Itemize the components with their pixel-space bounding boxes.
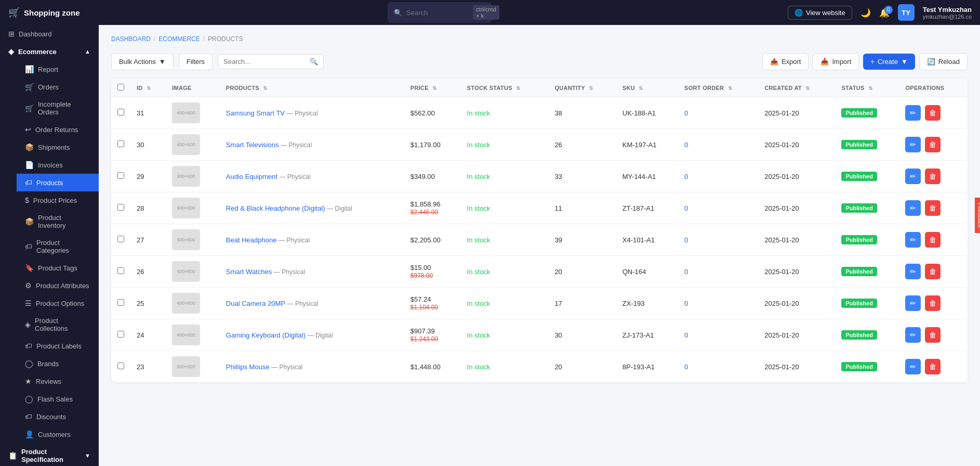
sidebar-item-product-labels[interactable]: 🏷 Product Labels — [17, 337, 99, 355]
delete-button-25[interactable]: 🗑 — [925, 295, 941, 311]
import-button[interactable]: 📥 Import — [813, 53, 859, 70]
delete-button-28[interactable]: 🗑 — [925, 200, 941, 216]
edit-button-30[interactable]: ✏ — [905, 137, 921, 152]
search-input[interactable] — [406, 9, 469, 17]
view-website-button[interactable]: 🌐 View website — [788, 6, 852, 20]
sort-order-link-30[interactable]: 0 — [684, 141, 688, 149]
filters-button[interactable]: Filters — [179, 53, 213, 70]
col-qty[interactable]: QUANTITY ⇅ — [548, 79, 616, 97]
product-name-27[interactable]: Beat Headphone — [226, 236, 277, 244]
row-checkbox-26[interactable] — [117, 267, 124, 274]
edit-button-23[interactable]: ✏ — [905, 359, 921, 374]
product-name-29[interactable]: Audio Equipment — [226, 173, 277, 180]
row-checkbox-29[interactable] — [117, 172, 124, 179]
col-status[interactable]: STATUS ⇅ — [835, 79, 899, 97]
sidebar-item-product-prices[interactable]: $ Product Prices — [17, 191, 99, 209]
product-search[interactable]: 🔍 — [218, 54, 324, 69]
breadcrumb-ecommerce[interactable]: ECOMMERCE — [158, 35, 200, 43]
delete-button-27[interactable]: 🗑 — [925, 232, 941, 248]
col-sku[interactable]: SKU ⇅ — [616, 79, 678, 97]
feedback-tab[interactable]: Feedback — [975, 198, 980, 233]
edit-button-27[interactable]: ✏ — [905, 232, 921, 248]
sidebar-item-orders[interactable]: 🛒 Orders — [17, 78, 99, 96]
delete-button-24[interactable]: 🗑 — [925, 327, 941, 343]
col-created[interactable]: CREATED AT ⇅ — [758, 79, 835, 97]
cell-status-25: Published — [835, 288, 899, 319]
sidebar-item-customers[interactable]: 👤 Customers — [17, 425, 99, 443]
sidebar-item-product-attributes[interactable]: ⚙ Product Attributes — [17, 277, 99, 294]
product-name-26[interactable]: Smart Watches — [226, 268, 272, 276]
reload-button[interactable]: 🔄 Reload — [919, 53, 968, 70]
edit-button-29[interactable]: ✏ — [905, 169, 921, 184]
sidebar-item-product-options[interactable]: ☰ Product Options — [17, 294, 99, 312]
sidebar-item-discounts[interactable]: 🏷 Discounts — [17, 408, 99, 425]
delete-button-26[interactable]: 🗑 — [925, 264, 941, 279]
bulk-actions-button[interactable]: Bulk Actions ▼ — [111, 53, 174, 70]
edit-button-25[interactable]: ✏ — [905, 295, 921, 311]
row-checkbox-23[interactable] — [117, 363, 124, 369]
edit-button-26[interactable]: ✏ — [905, 264, 921, 279]
sidebar-item-product-specification[interactable]: 📋 Product Specification ▼ — [0, 443, 99, 466]
row-checkbox-30[interactable] — [117, 140, 124, 147]
status-badge-30: Published — [841, 140, 877, 149]
select-all-checkbox[interactable] — [117, 84, 124, 90]
sidebar-item-reviews[interactable]: ★ Reviews — [17, 372, 99, 390]
product-name-24[interactable]: Gaming Keyboard (Digital) — [226, 331, 306, 339]
col-products[interactable]: PRODUCTS ⇅ — [220, 79, 404, 97]
col-id[interactable]: ID ⇅ — [130, 79, 166, 97]
row-checkbox-24[interactable] — [117, 331, 124, 338]
sidebar-item-shipments[interactable]: 📦 Shipments — [17, 138, 99, 156]
row-checkbox-27[interactable] — [117, 236, 124, 242]
create-button[interactable]: + Create ▼ — [863, 54, 915, 70]
export-button[interactable]: 📤 Export — [762, 53, 809, 70]
col-price[interactable]: PRICE ⇅ — [404, 79, 461, 97]
sort-order-link-29[interactable]: 0 — [684, 173, 688, 180]
sidebar-item-ecommerce[interactable]: ◈ Ecommerce ▲ — [0, 43, 99, 60]
status-badge-25: Published — [841, 299, 877, 308]
row-checkbox-31[interactable] — [117, 109, 124, 115]
cell-created-29: 2025-01-20 — [758, 161, 835, 192]
sort-order-link-27[interactable]: 0 — [684, 236, 688, 244]
sidebar-item-products[interactable]: 🏷 Products — [17, 174, 99, 191]
create-label: Create — [878, 58, 898, 66]
col-stock[interactable]: STOCK STATUS ⇅ — [461, 79, 549, 97]
edit-button-24[interactable]: ✏ — [905, 327, 921, 343]
delete-button-31[interactable]: 🗑 — [925, 105, 941, 121]
sidebar-item-product-inventory[interactable]: 📦 Product Inventory — [17, 209, 99, 234]
sidebar-item-flash-sales[interactable]: ◯ Flash Sales — [17, 390, 99, 408]
sidebar-item-order-returns[interactable]: ↩ Order Returns — [17, 121, 99, 138]
sort-order-link-31[interactable]: 0 — [684, 109, 688, 117]
product-name-31[interactable]: Samsung Smart TV — [226, 109, 285, 117]
edit-button-28[interactable]: ✏ — [905, 200, 921, 216]
moon-icon[interactable]: 🌙 — [860, 8, 871, 18]
row-checkbox-25[interactable] — [117, 299, 124, 306]
notifications[interactable]: 🔔 0 — [879, 8, 890, 18]
delete-button-29[interactable]: 🗑 — [925, 169, 941, 184]
sidebar-item-report[interactable]: 📊 Report — [17, 60, 99, 78]
sort-order-link-25[interactable]: 0 — [684, 300, 688, 307]
row-checkbox-28[interactable] — [117, 204, 124, 211]
edit-button-31[interactable]: ✏ — [905, 105, 921, 121]
delete-button-30[interactable]: 🗑 — [925, 137, 941, 152]
sidebar-item-product-categories[interactable]: 🏷 Product Categories — [17, 234, 99, 259]
delete-button-23[interactable]: 🗑 — [925, 359, 941, 374]
product-search-input[interactable] — [223, 58, 307, 66]
col-sort-order[interactable]: SORT ORDER ⇅ — [678, 79, 758, 97]
sidebar-item-product-collections[interactable]: ◈ Product Collections — [17, 312, 99, 337]
sidebar-item-product-tags[interactable]: 🔖 Product Tags — [17, 259, 99, 277]
product-name-23[interactable]: Phillips Mouse — [226, 363, 270, 371]
breadcrumb-products: PRODUCTS — [208, 35, 243, 43]
sort-order-link-24[interactable]: 0 — [684, 331, 688, 339]
sort-order-link-28[interactable]: 0 — [684, 204, 688, 212]
sidebar-item-brands[interactable]: ◯ Brands — [17, 355, 99, 372]
sidebar-item-invoices[interactable]: 📄 Invoices — [17, 156, 99, 174]
product-name-30[interactable]: Smart Televisions — [226, 141, 279, 149]
breadcrumb-dashboard[interactable]: DASHBOARD — [111, 35, 151, 43]
notif-badge: 0 — [884, 6, 893, 14]
sidebar-item-incomplete-orders[interactable]: 🛒 Incomplete Orders — [17, 96, 99, 121]
product-name-28[interactable]: Red & Black Headphone (Digital) — [226, 204, 325, 212]
sort-order-link-26[interactable]: 0 — [684, 268, 688, 276]
sort-order-link-23[interactable]: 0 — [684, 363, 688, 371]
sidebar-item-dashboard[interactable]: ⊞ Dashboard — [0, 25, 99, 43]
product-name-25[interactable]: Dual Camera 20MP — [226, 300, 285, 307]
